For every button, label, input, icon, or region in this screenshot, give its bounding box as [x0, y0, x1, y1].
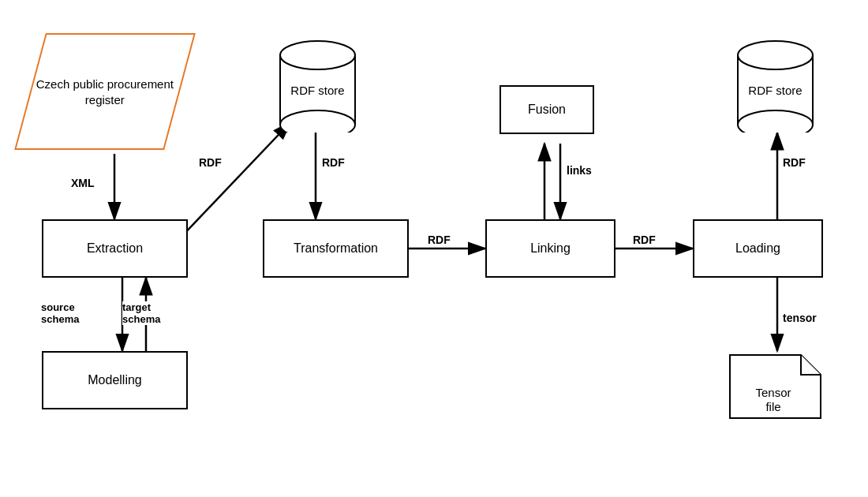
extraction-node: Extraction	[42, 219, 188, 278]
svg-point-14	[280, 41, 355, 69]
xml-label: XML	[71, 177, 95, 189]
source-schema-label: source schema	[41, 301, 79, 325]
svg-text:RDF store: RDF store	[290, 84, 344, 97]
modelling-node: Modelling	[42, 351, 188, 409]
rdf-store-right-svg: RDF store	[734, 33, 817, 133]
fusion-label: Fusion	[528, 103, 566, 117]
rdf-store-top-node: RDF store	[276, 33, 359, 133]
svg-point-18	[738, 41, 813, 69]
tensor-file-svg: Tensor file	[726, 351, 829, 422]
svg-point-19	[738, 110, 813, 133]
rdf2-label: RDF	[322, 156, 345, 169]
fusion-node: Fusion	[499, 85, 594, 134]
svg-point-15	[280, 110, 355, 133]
linking-node: Linking	[485, 219, 615, 278]
loading-label: Loading	[735, 241, 780, 256]
rdf5-label: RDF	[783, 156, 806, 169]
czech-register-label: Czech public procurement register	[32, 77, 178, 107]
svg-text:RDF store: RDF store	[748, 84, 802, 97]
svg-text:Tensor: Tensor	[755, 386, 791, 399]
extraction-label: Extraction	[87, 241, 143, 256]
loading-node: Loading	[693, 219, 823, 278]
rdf1-label: RDF	[199, 156, 222, 169]
target-schema-label: target schema	[122, 301, 160, 325]
transformation-label: Transformation	[294, 241, 378, 256]
modelling-label: Modelling	[88, 373, 141, 387]
rdf4-label: RDF	[633, 234, 656, 246]
rdf-store-top-svg: RDF store	[276, 33, 359, 133]
links-label: links	[567, 164, 592, 177]
czech-register-node: Czech public procurement register	[14, 33, 196, 150]
rdf-store-right-node: RDF store	[734, 33, 817, 133]
rdf3-label: RDF	[428, 234, 451, 246]
linking-label: Linking	[530, 241, 571, 256]
tensor-label: tensor	[783, 312, 817, 324]
svg-text:file: file	[765, 400, 780, 413]
transformation-node: Transformation	[263, 219, 409, 278]
diagram: Czech public procurement register RDF st…	[0, 0, 868, 497]
tensor-file-node: Tensor file	[726, 351, 829, 422]
